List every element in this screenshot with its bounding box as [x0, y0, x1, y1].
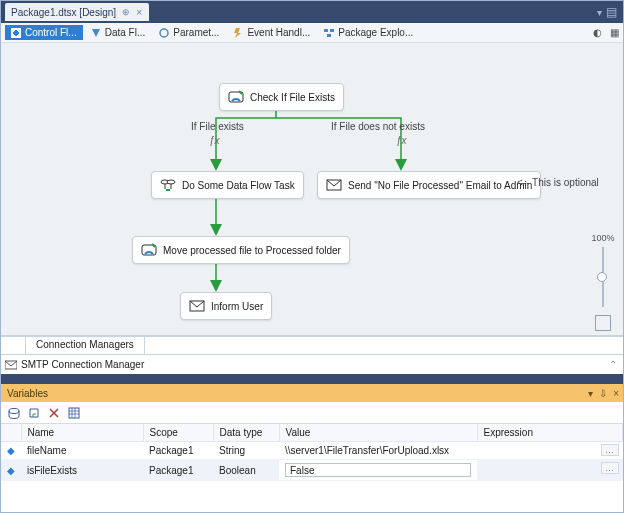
svg-point-12: [9, 408, 19, 413]
package-explorer-icon: [324, 28, 334, 38]
mail-icon: [189, 298, 205, 314]
cell-name[interactable]: isFileExists: [21, 460, 143, 481]
tab-parameters[interactable]: Paramet...: [153, 25, 225, 40]
control-flow-canvas[interactable]: Check If File Exists If File exists ƒx I…: [1, 43, 623, 335]
document-tab-bar: Package1.dtsx [Design] ⊕ × ▾ ▤: [1, 1, 623, 23]
document-tab[interactable]: Package1.dtsx [Design] ⊕ ×: [5, 3, 149, 21]
col-scope[interactable]: Scope: [143, 424, 213, 442]
grid-header-row: Name Scope Data type Value Expression: [1, 424, 623, 442]
file-system-task-icon: [141, 242, 157, 258]
tab-package-explorer[interactable]: Package Explo...: [318, 25, 419, 40]
tab-label: Paramet...: [173, 27, 219, 38]
fx-label-right: ƒx: [396, 135, 407, 146]
tab-event-handlers[interactable]: Event Handl...: [227, 25, 316, 40]
value-editor[interactable]: False: [285, 463, 471, 477]
cell-datatype[interactable]: Boolean: [213, 460, 279, 481]
task-label: Inform User: [211, 301, 263, 312]
col-name[interactable]: Name: [21, 424, 143, 442]
variables-toolbar: [1, 402, 623, 424]
svg-rect-4: [327, 34, 331, 37]
connection-managers-list: SMTP Connection Manager ⌃: [1, 354, 623, 374]
fx-label-left: ƒx: [209, 135, 220, 146]
toolbox-icon[interactable]: ▦: [610, 27, 619, 38]
designer-tabs: Control Fl... Data Fl... Paramet... Even…: [1, 23, 623, 43]
variables-grid[interactable]: Name Scope Data type Value Expression ◆ …: [1, 424, 623, 512]
expression-builder-button[interactable]: …: [601, 444, 619, 456]
add-variable-icon[interactable]: [7, 406, 21, 420]
mail-icon: [326, 177, 342, 193]
connection-managers-panel: Connection Managers SMTP Connection Mana…: [1, 335, 623, 374]
grid-options-icon[interactable]: [67, 406, 81, 420]
task-check-file-exists[interactable]: Check If File Exists: [219, 83, 344, 111]
pin-icon[interactable]: ⊕: [122, 7, 130, 17]
task-data-flow[interactable]: Do Some Data Flow Task: [151, 171, 304, 199]
task-move-file[interactable]: Move processed file to Processed folder: [132, 236, 350, 264]
smtp-connection-icon: [5, 359, 17, 371]
svg-rect-3: [330, 29, 334, 32]
svg-rect-2: [324, 29, 328, 32]
optional-note: <-- This is optional: [517, 177, 599, 188]
close-icon[interactable]: ×: [136, 6, 142, 18]
cell-scope: Package1: [143, 460, 213, 481]
tab-data-flow[interactable]: Data Fl...: [85, 25, 152, 40]
col-expression[interactable]: Expression: [477, 424, 623, 442]
tab-label: Package Explo...: [338, 27, 413, 38]
close-panel-icon[interactable]: ×: [613, 388, 619, 399]
expression-builder-button[interactable]: …: [601, 462, 619, 474]
cell-value[interactable]: False: [279, 460, 477, 481]
data-flow-task-icon: [160, 177, 176, 193]
cell-datatype[interactable]: String: [213, 442, 279, 460]
variables-header: Variables ▾ ⇩ ×: [1, 384, 623, 402]
variable-row[interactable]: ◆ isFileExists Package1 Boolean False …: [1, 460, 623, 481]
window-position-icon[interactable]: ▾: [588, 388, 593, 399]
dropdown-icon[interactable]: ▾: [597, 7, 602, 18]
zoom-fit-button[interactable]: [595, 315, 611, 331]
tab-label: Event Handl...: [247, 27, 310, 38]
cell-name[interactable]: fileName: [21, 442, 143, 460]
zoom-slider[interactable]: [602, 247, 604, 307]
branch-label-no: If File does not exists: [331, 121, 425, 132]
zoom-control: 100%: [591, 233, 615, 331]
move-variable-icon[interactable]: [27, 406, 41, 420]
task-label: Do Some Data Flow Task: [182, 180, 295, 191]
variables-title: Variables: [7, 388, 48, 399]
variable-row[interactable]: ◆ fileName Package1 String \\server1\Fil…: [1, 442, 623, 460]
col-value[interactable]: Value: [279, 424, 477, 442]
svg-point-1: [160, 29, 168, 37]
svg-rect-13: [69, 408, 79, 418]
task-send-email[interactable]: Send "No File Processed" Email to Admin: [317, 171, 541, 199]
zoom-label: 100%: [591, 233, 614, 243]
variables-panel: Variables ▾ ⇩ × Name Scope Data type Val…: [1, 374, 623, 512]
document-tab-label: Package1.dtsx [Design]: [11, 7, 116, 18]
window-menu-icon[interactable]: ▤: [606, 5, 617, 19]
tab-label: Connection Managers: [36, 339, 134, 350]
variables-toggle-icon[interactable]: ◐: [593, 27, 602, 38]
delete-variable-icon[interactable]: [47, 406, 61, 420]
data-flow-icon: [91, 28, 101, 38]
cell-scope: Package1: [143, 442, 213, 460]
connection-manager-item[interactable]: SMTP Connection Manager: [21, 359, 144, 370]
variable-icon: ◆: [1, 460, 21, 481]
variable-icon: ◆: [1, 442, 21, 460]
tab-label: Data Fl...: [105, 27, 146, 38]
auto-hide-icon[interactable]: ⇩: [599, 388, 607, 399]
parameters-icon: [159, 28, 169, 38]
task-label: Send "No File Processed" Email to Admin: [348, 180, 532, 191]
task-label: Move processed file to Processed folder: [163, 245, 341, 256]
connection-managers-tab[interactable]: Connection Managers: [25, 336, 145, 354]
collapse-icon[interactable]: ⌃: [609, 359, 617, 370]
task-label: Check If File Exists: [250, 92, 335, 103]
tab-control-flow[interactable]: Control Fl...: [5, 25, 83, 40]
cell-expression[interactable]: …: [477, 460, 623, 481]
control-flow-icon: [11, 28, 21, 38]
svg-point-7: [167, 180, 175, 184]
script-task-icon: [228, 89, 244, 105]
zoom-handle[interactable]: [597, 272, 607, 282]
col-datatype[interactable]: Data type: [213, 424, 279, 442]
tab-label: Control Fl...: [25, 27, 77, 38]
cell-expression[interactable]: …: [477, 442, 623, 460]
branch-label-yes: If File exists: [191, 121, 244, 132]
task-inform-user[interactable]: Inform User: [180, 292, 272, 320]
event-handlers-icon: [233, 28, 243, 38]
cell-value[interactable]: \\server1\FileTransfer\ForUpload.xlsx: [279, 442, 477, 460]
